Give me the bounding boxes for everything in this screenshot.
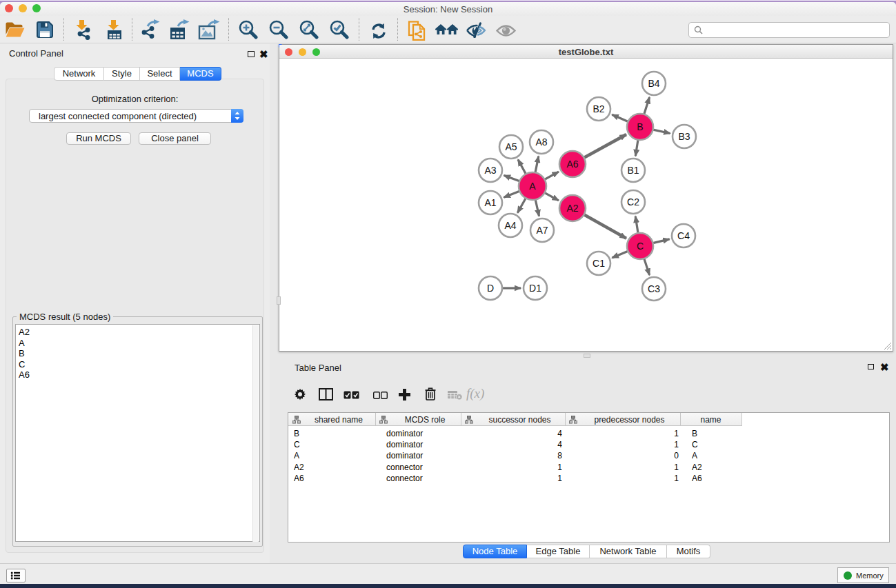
svg-text:B1: B1 bbox=[627, 165, 639, 176]
svg-text:C4: C4 bbox=[677, 230, 690, 241]
svg-text:B: B bbox=[637, 121, 643, 132]
svg-text:A2: A2 bbox=[566, 203, 578, 214]
svg-text:A3: A3 bbox=[484, 165, 496, 176]
svg-text:C: C bbox=[637, 241, 644, 252]
svg-text:A: A bbox=[529, 181, 536, 192]
svg-text:A4: A4 bbox=[504, 220, 516, 231]
svg-text:B2: B2 bbox=[593, 103, 604, 114]
svg-text:A6: A6 bbox=[566, 159, 578, 170]
svg-text:C2: C2 bbox=[627, 196, 639, 207]
svg-text:C1: C1 bbox=[593, 258, 605, 269]
svg-text:C3: C3 bbox=[648, 283, 660, 294]
svg-text:A8: A8 bbox=[535, 136, 547, 148]
svg-text:D1: D1 bbox=[529, 283, 541, 294]
svg-text:B4: B4 bbox=[648, 78, 659, 89]
svg-text:A7: A7 bbox=[536, 225, 548, 236]
svg-text:A5: A5 bbox=[505, 141, 517, 152]
svg-text:A1: A1 bbox=[484, 197, 496, 208]
svg-text:B3: B3 bbox=[678, 131, 690, 142]
svg-text:D: D bbox=[487, 283, 494, 294]
